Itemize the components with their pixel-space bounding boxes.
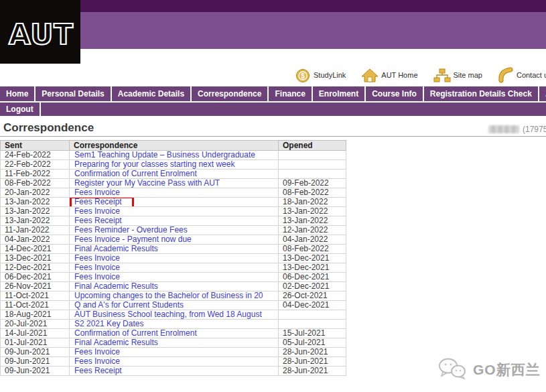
correspondence-cell: Confirmation of Current Enrolment (70, 170, 279, 179)
correspondence-cell: Fees Invoice (70, 188, 279, 198)
correspondence-cell: Fees Receipt (70, 198, 279, 207)
correspondence-cell: Fees Invoice (70, 273, 279, 282)
table-row: 26-Nov-2021 Final Academic Results 02-De… (1, 282, 346, 291)
correspondence-cell: Register your My Vaccine Pass with AUT (70, 179, 279, 188)
sent-date: 22-Feb-2022 (1, 160, 70, 170)
table-row: 09-Jun-2021 Fees Receipt 28-Jun-2021 (1, 367, 346, 376)
sent-date: 18-Aug-2021 (1, 310, 70, 320)
correspondence-link[interactable]: Fees Invoice (74, 263, 120, 273)
sent-date: 14-Jul-2021 (1, 329, 70, 338)
table-row: 24-Feb-2022 Sem1 Teaching Update – Busin… (1, 151, 346, 160)
nav-tab-personal-details[interactable]: Personal Details (36, 86, 111, 101)
table-row: 13-Jan-2022 Fees Invoice 13-Jan-2022 (1, 207, 346, 216)
correspondence-link[interactable]: Confirmation of Current Enrolment (74, 170, 197, 179)
correspondence-link[interactable]: Confirmation of Current Enrolment (74, 329, 197, 338)
nav-row-secondary: Logout (0, 103, 546, 116)
correspondence-link[interactable]: Fees Reminder - Overdue Fees (74, 226, 188, 235)
opened-date: 04-Jan-2022 (279, 235, 346, 245)
correspondence-link[interactable]: Q and A's for Current Students (74, 301, 184, 310)
table-row: 14-Dec-2021 Final Academic Results 08-Fe… (1, 245, 346, 254)
sent-date: 11-Feb-2022 (1, 170, 70, 179)
table-row: 13-Dec-2021 Fees Invoice 13-Dec-2021 (1, 254, 346, 263)
correspondence-cell: Preparing for your classes starting next… (70, 160, 279, 170)
sent-date: 13-Jan-2022 (1, 198, 70, 207)
table-row: 18-Aug-2021 AUT Business School teaching… (1, 310, 346, 320)
opened-date: 28-Jun-2021 (279, 367, 346, 376)
nav-tab-correspondence[interactable]: Correspondence (192, 86, 269, 101)
opened-date: 04-Dec-2021 (279, 301, 346, 310)
nav-row-primary: Home Personal Details Academic Details C… (0, 86, 546, 101)
site-map-link[interactable]: Site map (433, 68, 482, 83)
user-identity: (17975 (488, 125, 546, 134)
table-row: 11-Oct-2021 Q and A's for Current Studen… (1, 301, 346, 310)
correspondence-link[interactable]: Fees Receipt (74, 198, 122, 207)
sent-date: 09-Jun-2021 (1, 348, 70, 357)
sent-date: 14-Dec-2021 (1, 245, 70, 254)
correspondence-cell: Fees Invoice (70, 263, 279, 273)
correspondence-link[interactable]: Fees Invoice (74, 348, 120, 357)
correspondence-link[interactable]: Fees Invoice (74, 273, 120, 282)
nav-tab-arion-options[interactable]: Arion Options (539, 86, 546, 101)
correspondence-link[interactable]: Fees Invoice (74, 188, 120, 198)
opened-date: 08-Feb-2022 (279, 188, 346, 198)
correspondence-cell: Fees Receipt (70, 367, 279, 376)
opened-date (279, 151, 346, 160)
wechat-bubbles-icon (437, 356, 467, 383)
sent-date: 20-Jul-2021 (1, 320, 70, 329)
correspondence-cell: Upcoming changes to the Bachelor of Busi… (70, 291, 279, 301)
correspondence-link[interactable]: Fees Invoice (74, 207, 120, 216)
nav-tab-logout[interactable]: Logout (0, 103, 41, 116)
table-row: 20-Jul-2021 S2 2021 Key Dates (1, 320, 346, 329)
correspondence-link[interactable]: S2 2021 Key Dates (74, 320, 143, 329)
correspondence-link[interactable]: Final Academic Results (74, 338, 158, 348)
correspondence-cell: Q and A's for Current Students (70, 301, 279, 310)
correspondence-cell: Fees Invoice - Payment now due (70, 235, 279, 245)
svg-text:AUT: AUT (9, 18, 74, 51)
opened-date: 15-Jul-2021 (279, 329, 346, 338)
correspondence-link[interactable]: Upcoming changes to the Bachelor of Busi… (74, 291, 263, 301)
sent-date: 11-Oct-2021 (1, 301, 70, 310)
table-row: 11-Feb-2022 Confirmation of Current Enro… (1, 170, 346, 179)
correspondence-link[interactable]: Fees Receipt (74, 216, 122, 226)
correspondence-table-body: 24-Feb-2022 Sem1 Teaching Update – Busin… (1, 151, 346, 376)
nav-tab-home[interactable]: Home (0, 86, 36, 101)
opened-date: 06-Dec-2021 (279, 273, 346, 282)
opened-date: 28-Jun-2021 (279, 357, 346, 367)
table-row: 08-Feb-2022 Register your My Vaccine Pas… (1, 179, 346, 188)
sent-date: 09-Jun-2021 (1, 367, 70, 376)
studylink-link[interactable]: $ StudyLink (295, 67, 346, 83)
column-header-opened: Opened (279, 141, 346, 151)
aut-logo[interactable]: AUT (0, 0, 80, 64)
correspondence-link[interactable]: Fees Invoice (74, 254, 120, 263)
correspondence-link[interactable]: Register your My Vaccine Pass with AUT (74, 179, 220, 188)
nav-tab-academic-details[interactable]: Academic Details (112, 86, 192, 101)
correspondence-cell: AUT Business School teaching, from Wed 1… (70, 310, 279, 320)
correspondence-link[interactable]: Preparing for your classes starting next… (74, 160, 234, 170)
sent-date: 13-Jan-2022 (1, 207, 70, 216)
nav-tab-enrolment[interactable]: Enrolment (313, 86, 366, 101)
correspondence-link[interactable]: Fees Receipt (74, 367, 122, 376)
correspondence-cell: Final Academic Results (70, 245, 279, 254)
nav-tab-registration-details-check[interactable]: Registration Details Check (424, 86, 539, 101)
opened-date: 28-Jun-2021 (279, 348, 346, 357)
column-header-correspondence: Correspondence (70, 141, 279, 151)
correspondence-link[interactable]: Sem1 Teaching Update – Business Undergra… (74, 151, 255, 160)
table-row: 09-Jun-2021 Fees Invoice 28-Jun-2021 (1, 348, 346, 357)
correspondence-link[interactable]: Final Academic Results (74, 282, 158, 291)
aut-home-label: AUT Home (381, 71, 417, 79)
svg-text:$: $ (301, 72, 305, 80)
contact-us-link[interactable]: Contact us (498, 67, 546, 83)
correspondence-link[interactable]: Final Academic Results (74, 245, 158, 254)
correspondence-link[interactable]: Fees Invoice - Payment now due (74, 235, 192, 245)
correspondence-link[interactable]: AUT Business School teaching, from Wed 1… (74, 310, 262, 320)
correspondence-cell: Sem1 Teaching Update – Business Undergra… (70, 151, 279, 160)
correspondence-cell: Fees Invoice (70, 348, 279, 357)
table-row: 11-Jan-2022 Fees Reminder - Overdue Fees… (1, 226, 346, 235)
correspondence-link[interactable]: Fees Invoice (74, 357, 120, 367)
opened-date: 09-Feb-2022 (279, 179, 346, 188)
nav-tab-finance[interactable]: Finance (269, 86, 312, 101)
redacted-user-name (488, 125, 519, 133)
aut-home-link[interactable]: AUT Home (361, 68, 417, 83)
main-nav: Home Personal Details Academic Details C… (0, 86, 546, 116)
nav-tab-course-info[interactable]: Course Info (366, 86, 424, 101)
